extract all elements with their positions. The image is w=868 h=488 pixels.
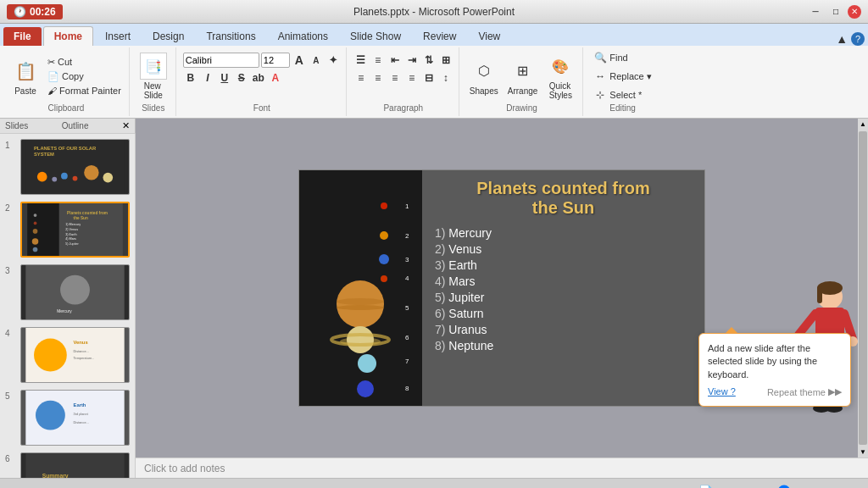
- editing-label: Editing: [609, 103, 636, 114]
- underline-button[interactable]: U: [217, 70, 232, 86]
- align-right-btn[interactable]: ≡: [387, 70, 403, 86]
- increase-indent-btn[interactable]: ⇥: [404, 53, 420, 68]
- tab-file[interactable]: File: [3, 27, 42, 46]
- scroll-thumb[interactable]: [859, 131, 867, 445]
- slide-thumb-3[interactable]: 3 Mercury: [3, 263, 131, 322]
- convert-to-smartart-btn[interactable]: ⊞: [438, 53, 453, 68]
- maximize-button[interactable]: □: [827, 3, 844, 20]
- bold-button[interactable]: B: [183, 70, 198, 86]
- svg-text:1) Mercury: 1) Mercury: [65, 223, 81, 226]
- ribbon-collapse-btn[interactable]: ▲: [836, 32, 848, 46]
- shadow-button[interactable]: ab: [251, 70, 266, 86]
- slide-num-6: 6: [5, 452, 17, 463]
- slide-thumb-5[interactable]: 5 Earth 3rd planet Distance...: [3, 388, 131, 447]
- svg-text:6: 6: [405, 334, 409, 341]
- slide-thumb-4[interactable]: 4 Venus Distance... Temperature...: [3, 325, 131, 385]
- font-size-selector[interactable]: [261, 53, 290, 68]
- normal-view-btn[interactable]: ⊞: [671, 485, 682, 489]
- scroll-down-btn[interactable]: ▼: [860, 448, 866, 456]
- svg-text:Temperature...: Temperature...: [74, 356, 95, 360]
- svg-text:5) Jupiter: 5) Jupiter: [65, 242, 79, 246]
- tab-design[interactable]: Design: [142, 27, 194, 46]
- slide-main: ▲ ▼ 1 2 3 4 5 6 7: [136, 119, 868, 478]
- bullet-list-btn[interactable]: ☰: [353, 53, 369, 68]
- tab-animations[interactable]: Animations: [268, 27, 338, 46]
- ribbon: File Home Insert Design Transitions Anim…: [0, 24, 868, 119]
- svg-point-22: [33, 247, 38, 252]
- tab-transitions[interactable]: Transitions: [196, 27, 265, 46]
- svg-text:Venus: Venus: [74, 340, 88, 345]
- slide-sorter-btn[interactable]: ⊟: [685, 485, 695, 489]
- slide-image-bar: 1 2 3 4 5 6 7 8: [299, 170, 422, 406]
- decrease-indent-btn[interactable]: ⇤: [387, 53, 403, 68]
- outline-tab[interactable]: Outline: [62, 121, 89, 130]
- window-controls: ─ □ ✕: [807, 3, 861, 20]
- slide-thumb-2[interactable]: 2 Planets counted from the Sun 1) Mercur…: [3, 200, 131, 259]
- cut-button[interactable]: ✂ Cut: [45, 56, 124, 69]
- notes-bar[interactable]: Click to add notes: [136, 458, 868, 478]
- fit-slide-btn[interactable]: ⊠: [849, 485, 860, 489]
- copy-button[interactable]: 📄 Copy: [45, 70, 124, 83]
- tab-view[interactable]: View: [468, 27, 510, 46]
- slide-preview-6: Summary All 8 planets: [20, 452, 130, 478]
- svg-text:Summary: Summary: [42, 473, 69, 478]
- close-button[interactable]: ✕: [848, 5, 861, 19]
- tab-insert[interactable]: Insert: [95, 27, 141, 46]
- minimize-button[interactable]: ─: [807, 3, 824, 20]
- align-left-btn[interactable]: ≡: [353, 70, 369, 86]
- reading-view-btn[interactable]: 📄: [698, 485, 713, 489]
- slide-thumb-6[interactable]: 6 Summary All 8 planets: [3, 451, 131, 478]
- tab-slideshow[interactable]: Slide Show: [340, 27, 411, 46]
- ribbon-body: 📋 Paste ✂ Cut 📄 Copy 🖌 Format Painter Cl…: [0, 46, 868, 118]
- main-area: Slides Outline ✕ 1 PLANETS OF OUR SOLAR …: [0, 119, 868, 478]
- slide-title: Planets counted from the Sun: [435, 179, 692, 218]
- line-spacing-btn[interactable]: ↕: [438, 70, 453, 86]
- slide-canvas[interactable]: 1 2 3 4 5 6 7 8: [298, 169, 705, 407]
- quick-styles-button[interactable]: 🎨 QuickStyles: [543, 51, 577, 102]
- clipboard-buttons: 📋 Paste ✂ Cut 📄 Copy 🖌 Format Painter: [8, 49, 124, 103]
- tab-review[interactable]: Review: [413, 27, 466, 46]
- justify-btn[interactable]: ≡: [404, 70, 420, 86]
- align-center-btn[interactable]: ≡: [370, 70, 386, 86]
- help-button[interactable]: ?: [851, 32, 865, 46]
- tab-home[interactable]: Home: [43, 26, 93, 46]
- font-label: Font: [253, 103, 270, 114]
- svg-point-3: [37, 172, 47, 182]
- drawing-group: ⬡ Shapes ⊞ Arrange 🎨 QuickStyles Drawing: [461, 47, 584, 116]
- list-item: 1) Mercury: [435, 226, 692, 240]
- text-direction-btn[interactable]: ⇅: [421, 53, 437, 68]
- tooltip-view-link[interactable]: View ?: [708, 386, 736, 397]
- font-row-1: A A ✦: [183, 53, 341, 68]
- find-button[interactable]: 🔍 Find: [590, 49, 654, 66]
- increase-font-btn[interactable]: A: [292, 53, 307, 68]
- list-item: 3) Earth: [435, 258, 692, 272]
- clear-format-btn[interactable]: ✦: [326, 53, 341, 68]
- new-slide-button[interactable]: 📑 NewSlide: [136, 51, 170, 102]
- shapes-button[interactable]: ⬡ Shapes: [466, 56, 502, 97]
- font-color-btn[interactable]: A: [268, 70, 283, 86]
- svg-point-48: [381, 202, 387, 209]
- numbered-list-btn[interactable]: ≡: [370, 53, 386, 68]
- slideshow-btn[interactable]: ▶: [716, 485, 726, 489]
- repeat-theme[interactable]: Repeat theme ▶▶: [767, 386, 842, 397]
- editing-buttons: 🔍 Find ↔ Replace ▾ ⊹ Select *: [590, 49, 654, 103]
- scroll-up-btn[interactable]: ▲: [860, 120, 866, 128]
- paste-button[interactable]: 📋 Paste: [8, 56, 42, 97]
- close-panel-btn[interactable]: ✕: [122, 120, 130, 131]
- slide-area[interactable]: ▲ ▼ 1 2 3 4 5 6 7: [136, 119, 868, 458]
- decrease-font-btn[interactable]: A: [309, 53, 324, 68]
- slide-thumb-1[interactable]: 1 PLANETS OF OUR SOLAR SYSTEM: [3, 137, 131, 197]
- select-button[interactable]: ⊹ Select *: [590, 86, 654, 103]
- replace-icon: ↔: [593, 69, 607, 83]
- font-family-selector[interactable]: [183, 53, 259, 68]
- format-painter-button[interactable]: 🖌 Format Painter: [45, 85, 124, 97]
- columns-btn[interactable]: ⊟: [421, 70, 437, 86]
- replace-button[interactable]: ↔ Replace ▾: [590, 68, 654, 85]
- strikethrough-button[interactable]: S: [234, 70, 249, 86]
- arrange-button[interactable]: ⊞ Arrange: [504, 56, 542, 97]
- svg-text:3) Earth: 3) Earth: [65, 233, 76, 236]
- list-item: 8) Neptune: [435, 339, 692, 352]
- italic-button[interactable]: I: [200, 70, 215, 86]
- spellcheck-icon[interactable]: ✓: [102, 485, 112, 489]
- slides-tab[interactable]: Slides: [5, 121, 28, 130]
